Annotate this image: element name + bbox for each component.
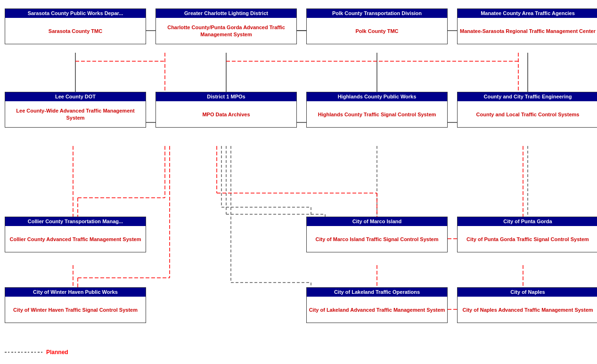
node-body-charlotte: Charlotte County/Punta Gorda Advanced Tr… xyxy=(156,18,296,44)
node-header-countyCity: County and City Traffic Engineering xyxy=(458,92,597,101)
node-header-charlotte: Greater Charlotte Lighting District xyxy=(156,9,296,18)
node-highlands[interactable]: Highlands County Public WorksHighlands C… xyxy=(306,92,448,128)
node-winterHaven[interactable]: City of Winter Haven Public WorksCity of… xyxy=(5,287,146,323)
node-body-manatee: Manatee-Sarasota Regional Traffic Manage… xyxy=(458,18,597,44)
node-collier[interactable]: Collier County Transportation Manag...Co… xyxy=(5,217,146,252)
node-puntaGorda[interactable]: City of Punta GordaCity of Punta Gorda T… xyxy=(457,217,597,252)
node-lakeland[interactable]: City of Lakeland Traffic OperationsCity … xyxy=(306,287,448,323)
node-countyCity[interactable]: County and City Traffic EngineeringCount… xyxy=(457,92,597,128)
node-body-lakeland: City of Lakeland Advanced Traffic Manage… xyxy=(307,297,447,323)
node-header-polk: Polk County Transportation Division xyxy=(307,9,447,18)
node-header-lakeland: City of Lakeland Traffic Operations xyxy=(307,288,447,297)
legend: Planned xyxy=(5,349,68,356)
node-body-highlands: Highlands County Traffic Signal Control … xyxy=(307,101,447,127)
node-marco[interactable]: City of Marco IslandCity of Marco Island… xyxy=(306,217,448,252)
node-header-manatee: Manatee County Area Traffic Agencies xyxy=(458,9,597,18)
node-sarasota[interactable]: Sarasota County Public Works Depar...Sar… xyxy=(5,8,146,44)
node-body-sarasota: Sarasota County TMC xyxy=(5,18,146,44)
legend-planned-label: Planned xyxy=(46,349,68,356)
node-body-polk: Polk County TMC xyxy=(307,18,447,44)
node-body-naples: City of Naples Advanced Traffic Manageme… xyxy=(458,297,597,323)
node-body-district1: MPO Data Archives xyxy=(156,101,296,127)
node-header-winterHaven: City of Winter Haven Public Works xyxy=(5,288,146,297)
node-body-marco: City of Marco Island Traffic Signal Cont… xyxy=(307,226,447,252)
node-manatee[interactable]: Manatee County Area Traffic AgenciesMana… xyxy=(457,8,597,44)
node-body-lee: Lee County-Wide Advanced Traffic Managem… xyxy=(5,101,146,127)
node-header-puntaGorda: City of Punta Gorda xyxy=(458,217,597,226)
node-header-marco: City of Marco Island xyxy=(307,217,447,226)
node-header-lee: Lee County DOT xyxy=(5,92,146,101)
node-body-puntaGorda: City of Punta Gorda Traffic Signal Contr… xyxy=(458,226,597,252)
node-header-collier: Collier County Transportation Manag... xyxy=(5,217,146,226)
node-naples[interactable]: City of NaplesCity of Naples Advanced Tr… xyxy=(457,287,597,323)
node-body-winterHaven: City of Winter Haven Traffic Signal Cont… xyxy=(5,297,146,323)
node-body-collier: Collier County Advanced Traffic Manageme… xyxy=(5,226,146,252)
node-header-sarasota: Sarasota County Public Works Depar... xyxy=(5,9,146,18)
node-header-naples: City of Naples xyxy=(458,288,597,297)
node-charlotte[interactable]: Greater Charlotte Lighting DistrictCharl… xyxy=(155,8,297,44)
node-header-district1: District 1 MPOs xyxy=(156,92,296,101)
node-district1[interactable]: District 1 MPOsMPO Data Archives xyxy=(155,92,297,128)
node-lee[interactable]: Lee County DOTLee County-Wide Advanced T… xyxy=(5,92,146,128)
diagram-container: Sarasota County Public Works Depar...Sar… xyxy=(0,0,597,364)
node-header-highlands: Highlands County Public Works xyxy=(307,92,447,101)
node-polk[interactable]: Polk County Transportation DivisionPolk … xyxy=(306,8,448,44)
node-body-countyCity: County and Local Traffic Control Systems xyxy=(458,101,597,127)
